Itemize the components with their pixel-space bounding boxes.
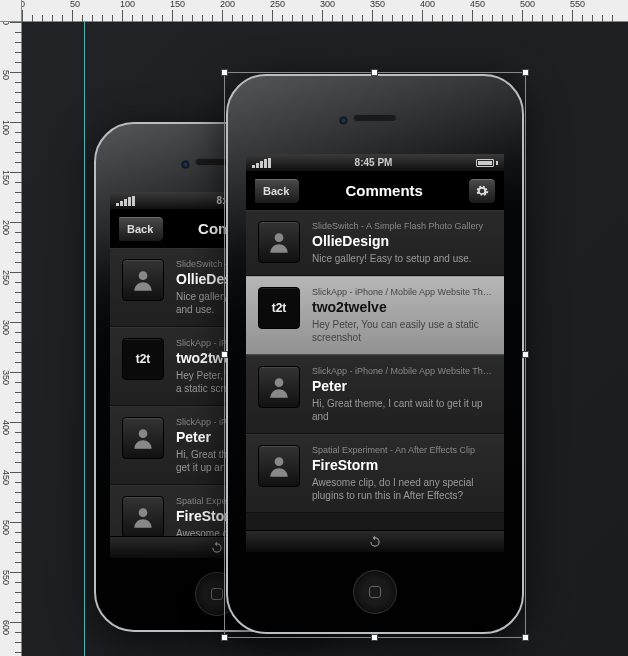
comment-excerpt: Nice gallery! Easy to setup and use. <box>312 252 492 265</box>
svg-point-3 <box>275 233 284 242</box>
back-button[interactable]: Back <box>254 178 300 204</box>
avatar <box>258 366 300 408</box>
comment-context: SlideSwitch - A Simple Flash Photo Galle… <box>312 221 492 231</box>
phone-screen: 8:45 PM Back Comments SlideSwitch - A Si… <box>246 154 504 552</box>
avatar <box>122 259 164 301</box>
gear-icon <box>475 184 489 198</box>
nav-bar: Back Comments <box>246 172 504 210</box>
comment-author: Peter <box>312 378 492 394</box>
comment-author: two2twelve <box>312 299 492 315</box>
phone-mockup-front[interactable]: 8:45 PM Back Comments SlideSwitch - A Si… <box>226 74 524 634</box>
comments-list[interactable]: SlideSwitch - A Simple Flash Photo Galle… <box>246 210 504 552</box>
camera-icon <box>339 116 348 125</box>
comment-row[interactable]: SlickApp - iPhone / Mobile App Website T… <box>246 355 504 434</box>
comment-author: FireStorm <box>312 457 492 473</box>
status-bar: 8:45 PM <box>246 154 504 172</box>
settings-button[interactable] <box>468 178 496 204</box>
battery-icon <box>476 159 498 167</box>
comment-context: SlickApp - iPhone / Mobile App Website T… <box>312 366 492 376</box>
home-button[interactable] <box>353 570 397 614</box>
comment-context: SlickApp - iPhone / Mobile App Website T… <box>312 287 492 297</box>
avatar <box>122 496 164 538</box>
avatar <box>258 445 300 487</box>
resize-handle-bm[interactable] <box>371 634 378 641</box>
toolbar <box>246 530 504 552</box>
comment-excerpt: Awesome clip, do I need any special plug… <box>312 476 492 502</box>
svg-point-1 <box>139 429 148 438</box>
comment-context: Spatial Experiment - An After Effects Cl… <box>312 445 492 455</box>
signal-icon <box>116 196 135 206</box>
nav-title: Comments <box>345 182 423 199</box>
avatar <box>258 221 300 263</box>
comment-row[interactable]: SlideSwitch - A Simple Flash Photo Galle… <box>246 210 504 276</box>
signal-icon <box>252 158 271 168</box>
svg-point-4 <box>275 378 284 387</box>
svg-point-5 <box>275 457 284 466</box>
comment-excerpt: Hi, Great theme, I cant wait to get it u… <box>312 397 492 423</box>
speaker-icon <box>353 114 397 122</box>
resize-handle-tr[interactable] <box>522 69 529 76</box>
back-button[interactable]: Back <box>118 216 164 242</box>
svg-point-2 <box>139 508 148 517</box>
comment-row[interactable]: Spatial Experiment - An After Effects Cl… <box>246 434 504 513</box>
camera-icon <box>181 160 190 169</box>
avatar: t2t <box>258 287 300 329</box>
guide-vertical[interactable] <box>84 22 85 656</box>
comment-author: OllieDesign <box>312 233 492 249</box>
resize-handle-bl[interactable] <box>221 634 228 641</box>
resize-handle-br[interactable] <box>522 634 529 641</box>
ruler-corner <box>0 0 22 22</box>
avatar <box>122 417 164 459</box>
ruler-horizontal[interactable]: 050100150200250300350400450500550 <box>22 0 628 22</box>
design-canvas[interactable]: 8:45 Back Commen SlideSwitch - A Simple … <box>22 22 628 656</box>
ruler-vertical[interactable]: 050100150200250300350400450500550600 <box>0 22 22 656</box>
avatar: t2t <box>122 338 164 380</box>
comment-row[interactable]: t2tSlickApp - iPhone / Mobile App Websit… <box>246 276 504 355</box>
resize-handle-tl[interactable] <box>221 69 228 76</box>
status-time: 8:45 PM <box>355 157 393 168</box>
refresh-icon[interactable] <box>210 541 224 555</box>
svg-point-0 <box>139 271 148 280</box>
refresh-icon[interactable] <box>368 535 382 549</box>
comment-excerpt: Hey Peter, You can easily use a static s… <box>312 318 492 344</box>
